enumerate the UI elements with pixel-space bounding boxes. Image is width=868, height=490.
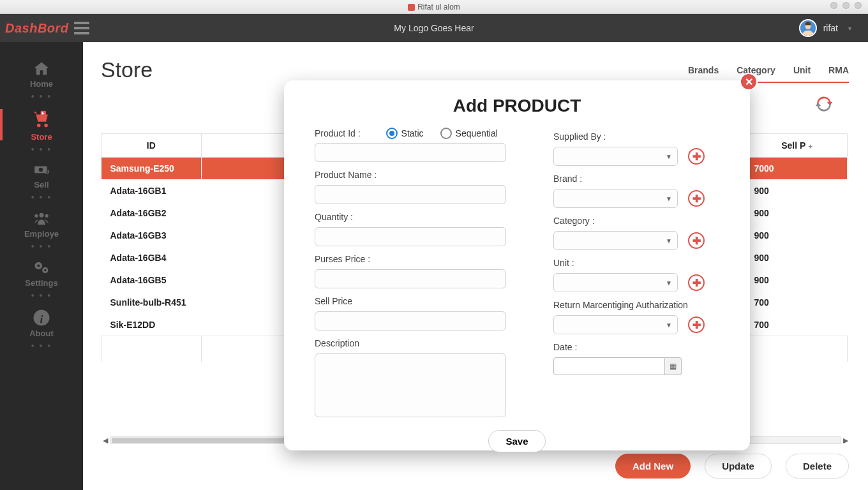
sidebar-item-label: About [0, 329, 83, 338]
update-button[interactable]: Update [705, 454, 772, 479]
tab-brands[interactable]: Brands [688, 65, 719, 75]
chevron-down-icon: ▼ [666, 279, 672, 286]
cell-sell: 700 [747, 314, 848, 336]
sell-price-input[interactable] [315, 311, 506, 330]
sidebar-item-label: Home [0, 79, 83, 89]
separator-icon: • • • [31, 91, 52, 101]
modal-title: Add PRODUCT [315, 96, 719, 116]
add-unit-button[interactable]: ✚ [688, 274, 705, 291]
avatar [799, 19, 817, 37]
separator-icon: • • • [31, 192, 52, 202]
tab-unit[interactable]: Unit [793, 65, 811, 75]
home-icon [31, 60, 52, 78]
cell-id: Sik-E12DD [101, 314, 202, 336]
sidebar-item-label: Sell [0, 180, 83, 189]
add-rma-button[interactable]: ✚ [688, 316, 705, 333]
sidebar-item-label: Employe [0, 229, 83, 239]
sidebar-item-store[interactable]: Store [0, 105, 83, 144]
cell-id: Adata-16GB3 [101, 225, 202, 247]
col-id[interactable]: ID [101, 134, 202, 158]
close-icon[interactable]: ✕ [740, 73, 758, 91]
svg-point-13 [44, 269, 46, 271]
cell-sell: 900 [747, 247, 848, 269]
purse-price-input[interactable] [315, 269, 506, 288]
sidebar-item-about[interactable]: i About [0, 304, 83, 341]
cell-id: Adata-16GB2 [101, 202, 202, 225]
tab-category[interactable]: Category [737, 65, 775, 75]
product-id-label: Product Id : [315, 128, 361, 138]
svg-point-11 [37, 264, 40, 267]
chevron-down-icon: ▾ [844, 25, 855, 32]
category-select[interactable]: ▼ [553, 231, 678, 250]
cell-id: Samsung-E250 [101, 158, 202, 180]
sidebar-item-label: Settings [0, 278, 83, 288]
add-supplier-button[interactable]: ✚ [688, 148, 705, 165]
description-label: Description [315, 338, 506, 348]
purse-price-label: Purses Price : [315, 254, 506, 264]
app-icon [408, 4, 415, 11]
chevron-down-icon: ▼ [666, 237, 672, 244]
product-id-input[interactable] [315, 143, 506, 162]
svg-point-8 [34, 214, 38, 218]
separator-icon: • • • [31, 341, 52, 351]
sell-price-label: Sell Price [315, 296, 506, 306]
window-minimize-icon[interactable] [830, 2, 837, 9]
svg-text:i: i [40, 313, 43, 325]
gear-icon [29, 259, 54, 277]
brand-select[interactable]: ▼ [553, 189, 678, 208]
col-sell-price[interactable]: Sell P✦ [747, 134, 848, 158]
unit-select[interactable]: ▼ [553, 273, 678, 292]
svg-text:$: $ [47, 170, 49, 174]
sidebar-item-sell[interactable]: $ Sell [0, 158, 83, 192]
radio-sequential[interactable]: Sequential [440, 128, 498, 139]
cart-icon [29, 109, 54, 131]
chevron-down-icon: ▼ [666, 322, 672, 329]
window-controls[interactable] [830, 2, 862, 9]
topbar: DashBord My Logo Goes Hear rifat ▾ [0, 14, 868, 42]
scroll-right-icon[interactable]: ▶ [841, 436, 850, 445]
category-label: Category : [553, 216, 719, 226]
product-name-input[interactable] [315, 185, 506, 204]
menu-toggle-icon[interactable] [74, 20, 89, 36]
cell-sell: 900 [747, 202, 848, 225]
user-menu[interactable]: rifat ▾ [799, 19, 855, 37]
people-icon [29, 210, 54, 228]
cell-sell: 900 [747, 180, 848, 202]
quantity-label: Quantity : [315, 212, 506, 222]
save-button[interactable]: Save [488, 430, 545, 452]
brand-logo: DashBord [5, 21, 69, 36]
chevron-down-icon: ▼ [666, 153, 672, 160]
supplied-by-select[interactable]: ▼ [553, 147, 678, 166]
brand-label: Brand : [553, 174, 719, 184]
sidebar-item-home[interactable]: Home [0, 56, 83, 91]
add-new-button[interactable]: Add New [615, 454, 691, 479]
window-title: Rifat ul alom [417, 3, 460, 11]
sidebar-item-label: Store [0, 132, 83, 142]
sidebar-item-settings[interactable]: Settings [0, 255, 83, 290]
add-brand-button[interactable]: ✚ [688, 190, 705, 207]
window-maximize-icon[interactable] [842, 2, 849, 9]
cell-sell: 7000 [747, 158, 848, 180]
description-input[interactable] [315, 353, 506, 417]
sidebar-item-employe[interactable]: Employe [0, 206, 83, 241]
calendar-icon[interactable]: ▦ [665, 357, 682, 375]
chevron-down-icon: ▼ [666, 195, 672, 202]
unit-label: Unit : [553, 258, 719, 268]
delete-button[interactable]: Delete [786, 454, 849, 479]
refresh-icon[interactable] [816, 96, 832, 112]
rma-select[interactable]: ▼ [553, 315, 678, 334]
logo-placeholder: My Logo Goes Hear [394, 23, 474, 33]
quantity-input[interactable] [315, 227, 506, 246]
cell-id: Adata-16GB4 [101, 247, 202, 269]
tab-rma[interactable]: RMA [828, 65, 849, 75]
date-input[interactable] [553, 357, 665, 375]
radio-static[interactable]: Static [386, 128, 424, 139]
add-category-button[interactable]: ✚ [688, 232, 705, 249]
os-titlebar: Rifat ul alom [0, 0, 868, 14]
modal-left-column: Product Id : Static Sequential Product N… [315, 128, 506, 417]
scroll-left-icon[interactable]: ◀ [101, 436, 110, 445]
product-name-label: Product Name : [315, 170, 506, 180]
window-close-icon[interactable] [855, 2, 862, 9]
date-label: Date : [553, 342, 719, 352]
separator-icon: • • • [31, 144, 52, 154]
